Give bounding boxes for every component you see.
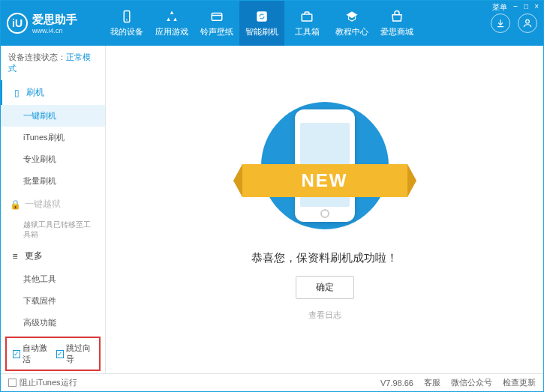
app-url: www.i4.cn xyxy=(32,27,77,34)
sidebar-item-oneclick-flash[interactable]: 一键刷机 xyxy=(1,105,105,127)
svg-rect-3 xyxy=(257,11,267,22)
sidebar-item-download-firmware[interactable]: 下载固件 xyxy=(1,290,105,312)
minimize-icon[interactable]: − xyxy=(513,2,518,13)
tab-my-device[interactable]: 我的设备 xyxy=(104,1,149,46)
phone-icon: ▯ xyxy=(11,88,22,98)
download-button[interactable] xyxy=(491,13,510,33)
confirm-button[interactable]: 确定 xyxy=(296,276,354,299)
checkbox-icon: ✓ xyxy=(56,350,64,358)
wallet-icon xyxy=(209,9,224,24)
tab-tutorials[interactable]: 教程中心 xyxy=(329,1,374,46)
maximize-icon[interactable]: □ xyxy=(524,2,528,13)
tab-smart-flash[interactable]: 智能刷机 xyxy=(239,1,284,46)
logo-icon: iU xyxy=(7,13,28,34)
menu-icon: ≡ xyxy=(10,251,20,262)
sidebar-item-pro-flash[interactable]: 专业刷机 xyxy=(1,148,105,170)
section-flash[interactable]: ▯ 刷机 xyxy=(1,80,105,105)
sidebar-item-advanced[interactable]: 高级功能 xyxy=(1,312,105,334)
toolbox-icon xyxy=(299,9,314,24)
app-header: iU 爱思助手 www.i4.cn 我的设备 应用游戏 铃声壁纸 智能刷机 工具… xyxy=(1,1,543,46)
section-more[interactable]: ≡ 更多 xyxy=(1,244,105,268)
view-log-link[interactable]: 查看日志 xyxy=(308,310,341,321)
success-message: 恭喜您，保资料刷机成功啦！ xyxy=(251,251,398,265)
store-icon xyxy=(389,9,404,24)
svg-point-5 xyxy=(526,19,530,23)
footer: 阻止iTunes运行 V7.98.66 客服 微信公众号 检查更新 xyxy=(1,373,543,391)
tab-store[interactable]: 爱思商城 xyxy=(374,1,419,46)
success-illustration: NEW xyxy=(250,98,400,233)
footer-update[interactable]: 检查更新 xyxy=(503,377,536,388)
section-jailbreak[interactable]: 🔒 一键越狱 xyxy=(1,192,105,217)
jailbreak-note: 越狱工具已转移至工具箱 xyxy=(1,217,105,244)
logo-area: iU 爱思助手 www.i4.cn xyxy=(7,13,104,34)
nav-tabs: 我的设备 应用游戏 铃声壁纸 智能刷机 工具箱 教程中心 爱思商城 xyxy=(104,1,491,46)
user-button[interactable] xyxy=(518,13,537,33)
svg-rect-4 xyxy=(302,14,312,21)
footer-block-itunes[interactable]: 阻止iTunes运行 xyxy=(8,377,77,388)
tab-ringtones[interactable]: 铃声壁纸 xyxy=(194,1,239,46)
connection-status: 设备连接状态：正常模式 xyxy=(1,46,105,80)
footer-wechat[interactable]: 微信公众号 xyxy=(451,377,492,388)
app-name: 爱思助手 xyxy=(32,13,77,27)
checkbox-skip-guide[interactable]: ✓跳过向导 xyxy=(56,343,94,365)
checkbox-auto-activate[interactable]: ✓自动激活 xyxy=(13,343,50,365)
sidebar-item-other-tools[interactable]: 其他工具 xyxy=(1,268,105,290)
sidebar: 设备连接状态：正常模式 ▯ 刷机 一键刷机 iTunes刷机 专业刷机 批量刷机… xyxy=(1,46,106,373)
lock-icon: 🔒 xyxy=(10,199,20,210)
checkbox-icon: ✓ xyxy=(13,350,20,358)
sidebar-item-itunes-flash[interactable]: iTunes刷机 xyxy=(1,127,105,148)
version-label: V7.98.66 xyxy=(380,379,413,388)
tab-apps[interactable]: 应用游戏 xyxy=(149,1,194,46)
main-content: NEW 恭喜您，保资料刷机成功啦！ 确定 查看日志 xyxy=(106,46,543,373)
new-banner: NEW xyxy=(242,164,407,197)
window-controls: 菜单 − □ × xyxy=(492,2,539,13)
phone-icon xyxy=(119,9,134,24)
svg-rect-2 xyxy=(212,13,222,21)
apps-icon xyxy=(164,9,179,24)
sidebar-item-batch-flash[interactable]: 批量刷机 xyxy=(1,170,105,192)
tab-toolbox[interactable]: 工具箱 xyxy=(284,1,329,46)
checkbox-icon xyxy=(8,379,17,387)
graduation-icon xyxy=(344,9,359,24)
menu-icon[interactable]: 菜单 xyxy=(492,2,507,13)
refresh-icon xyxy=(254,9,269,24)
close-icon[interactable]: × xyxy=(534,2,539,13)
footer-service[interactable]: 客服 xyxy=(424,377,440,388)
checkbox-row-highlighted: ✓自动激活 ✓跳过向导 xyxy=(5,337,101,371)
